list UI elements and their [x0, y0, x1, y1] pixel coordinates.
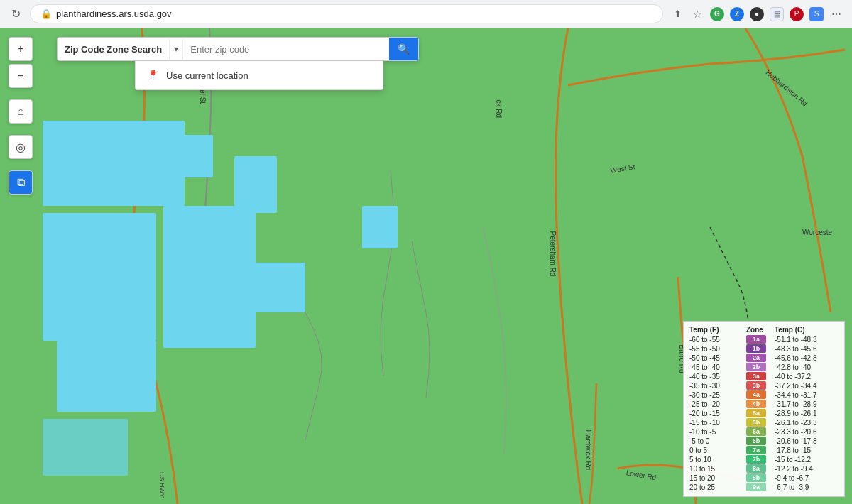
legend-zone-badge: 9a — [746, 483, 775, 491]
dropdown-arrow: ▾ — [174, 44, 178, 54]
legend-temp-f: -30 to -25 — [689, 391, 746, 399]
legend-row: -60 to -55 1a -51.1 to -48.3 — [689, 335, 839, 344]
refresh-button[interactable]: ↻ — [9, 7, 23, 21]
ext5-icon[interactable]: P — [790, 7, 804, 21]
legend-temp-c: -12.2 to -9.4 — [775, 465, 839, 473]
legend-temp-f: -50 to -45 — [689, 354, 746, 362]
zone-patch-8 — [362, 206, 398, 248]
ext2-icon[interactable]: Z — [730, 7, 744, 21]
legend-temp-f: -60 to -55 — [689, 336, 746, 344]
legend-row: -50 to -45 2a -45.6 to -42.8 — [689, 354, 839, 362]
search-dropdown: 📍 Use current location — [135, 61, 383, 90]
map-controls: + − ⌂ ◎ ⧉ — [9, 37, 33, 195]
zone-patch-5 — [163, 206, 256, 348]
legend-row: 20 to 25 9a -6.7 to -3.9 — [689, 483, 839, 491]
legend-temp-c: -31.7 to -28.9 — [775, 400, 839, 408]
search-bar: Zip Code Zone Search ▾ 🔍 — [57, 37, 419, 61]
legend-row: 10 to 15 8a -12.2 to -9.4 — [689, 464, 839, 473]
legend-temp-f: -40 to -35 — [689, 373, 746, 380]
search-dropdown-button[interactable]: ▾ — [169, 38, 183, 60]
use-current-location-option[interactable]: 📍 Use current location — [136, 61, 383, 89]
layers-button[interactable]: ⧉ — [9, 170, 33, 195]
legend-zone-badge: 3a — [746, 372, 775, 380]
legend-zone-badge: 4b — [746, 400, 775, 408]
zone-patch-9 — [248, 263, 305, 312]
ext4-icon[interactable]: ▤ — [770, 7, 784, 21]
search-container: Zip Code Zone Search ▾ 🔍 📍 Use current l… — [57, 37, 419, 61]
legend-temp-f: -25 to -20 — [689, 400, 746, 408]
worcester-label: Worceste — [802, 229, 832, 236]
legend-zone-badge: 5a — [746, 409, 775, 417]
legend-temp-c: -15 to -12.2 — [775, 456, 839, 464]
zone-patch-2 — [43, 213, 156, 341]
legend-col1: Temp (F) — [689, 326, 746, 334]
legend-temp-c: -48.3 to -45.6 — [775, 345, 839, 353]
home-button[interactable]: ⌂ — [9, 99, 33, 124]
legend-header: Temp (F) Zone Temp (C) — [689, 326, 839, 334]
legend-col3: Temp (C) — [775, 326, 839, 334]
legend-zone-badge: 4a — [746, 390, 775, 399]
legend-temp-f: -55 to -50 — [689, 345, 746, 353]
legend-zone-badge: 7a — [746, 446, 775, 454]
legend-zone-badge: 2a — [746, 354, 775, 362]
browser-chrome: ↻ 🔒 planthardiness.ars.usda.gov ⬆ ☆ G Z … — [0, 0, 852, 28]
map-container[interactable]: Daniel St West St Petersham Rd Hubbardst… — [0, 28, 852, 504]
legend-zone-badge: 8a — [746, 464, 775, 473]
share-icon[interactable]: ⬆ — [670, 7, 684, 21]
legend-temp-c: -6.7 to -3.9 — [775, 483, 839, 491]
legend-temp-c: -42.8 to -40 — [775, 363, 839, 371]
legend-zone-badge: 7b — [746, 455, 775, 464]
search-label: Zip Code Zone Search — [58, 38, 169, 60]
ext7-icon[interactable]: ⋯ — [829, 7, 843, 21]
zip-code-input[interactable] — [183, 38, 389, 60]
legend-zone-badge: 6a — [746, 427, 775, 436]
search-icon: 🔍 — [398, 43, 410, 55]
ext3-icon[interactable]: ● — [750, 7, 764, 21]
current-location-text: Use current location — [166, 70, 248, 81]
legend: Temp (F) Zone Temp (C) -60 to -55 1a -51… — [683, 321, 845, 497]
ext1-icon[interactable]: G — [710, 7, 724, 21]
zone-patch-7 — [234, 156, 277, 213]
petersham-rd-label: Petersham Rd — [549, 231, 557, 277]
ck-rd-label: ck Rd — [495, 100, 503, 119]
legend-row: -45 to -40 2b -42.8 to -40 — [689, 363, 839, 371]
legend-temp-c: -34.4 to -31.7 — [775, 391, 839, 399]
legend-row: -40 to -35 3a -40 to -37.2 — [689, 372, 839, 380]
us-hwy-label: US HWY — [158, 472, 165, 498]
url-text: planthardiness.ars.usda.gov — [56, 9, 172, 19]
legend-row: 15 to 20 8b -9.4 to -6.7 — [689, 473, 839, 482]
zoom-in-button[interactable]: + — [9, 37, 33, 61]
ext6-icon[interactable]: S — [809, 7, 824, 21]
legend-temp-c: -45.6 to -42.8 — [775, 354, 839, 362]
bookmark-icon[interactable]: ☆ — [690, 7, 704, 21]
legend-temp-c: -17.8 to -15 — [775, 447, 839, 454]
legend-row: -15 to -10 5b -26.1 to -23.3 — [689, 418, 839, 427]
geolocate-button[interactable]: ◎ — [9, 135, 33, 159]
zone-patch-3 — [57, 341, 156, 412]
zone-patch-4 — [156, 135, 213, 177]
zone-patch-6 — [78, 163, 149, 206]
legend-temp-f: -10 to -5 — [689, 428, 746, 436]
legend-row: -20 to -15 5a -28.9 to -26.1 — [689, 409, 839, 417]
legend-temp-f: 20 to 25 — [689, 483, 746, 491]
hardwick-rd-label: Hardwick Rd — [584, 430, 592, 471]
url-bar[interactable]: 🔒 planthardiness.ars.usda.gov — [30, 4, 663, 23]
legend-temp-c: -51.1 to -48.3 — [775, 336, 839, 344]
legend-temp-c: -23.3 to -20.6 — [775, 428, 839, 436]
legend-zone-badge: 2b — [746, 363, 775, 371]
legend-temp-c: -28.9 to -26.1 — [775, 410, 839, 417]
legend-temp-f: 15 to 20 — [689, 474, 746, 482]
legend-temp-c: -9.4 to -6.7 — [775, 474, 839, 482]
zoom-out-button[interactable]: − — [9, 64, 33, 88]
legend-temp-c: -37.2 to -34.4 — [775, 382, 839, 390]
zone-patch-10 — [43, 419, 128, 476]
legend-zone-badge: 6b — [746, 437, 775, 445]
legend-temp-c: -26.1 to -23.3 — [775, 419, 839, 427]
legend-row: -25 to -20 4b -31.7 to -28.9 — [689, 400, 839, 408]
legend-rows: -60 to -55 1a -51.1 to -48.3 -55 to -50 … — [689, 335, 839, 491]
legend-zone-badge: 5b — [746, 418, 775, 427]
legend-temp-f: -45 to -40 — [689, 363, 746, 371]
search-go-button[interactable]: 🔍 — [389, 38, 418, 60]
legend-temp-f: -20 to -15 — [689, 410, 746, 417]
legend-row: -35 to -30 3b -37.2 to -34.4 — [689, 381, 839, 390]
